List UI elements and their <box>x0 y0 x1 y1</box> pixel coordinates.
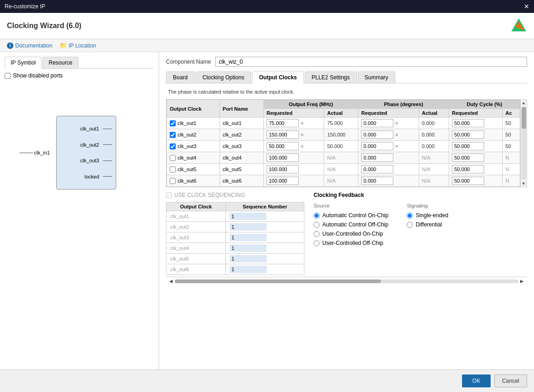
use-clock-seq-label: USE CLOCK SEQUENCING <box>174 192 245 198</box>
main-window: Clocking Wizard (6.0) i Documentation 📁 … <box>0 13 534 392</box>
phase-req-input[interactable] <box>361 119 393 127</box>
seq-num-input[interactable] <box>230 244 267 252</box>
tab-resource[interactable]: Resource <box>42 57 78 68</box>
phase-req-input[interactable] <box>361 177 393 185</box>
clear-phase-icon[interactable]: ✕ <box>395 132 398 137</box>
scroll-up-arrow[interactable]: ▲ <box>521 100 527 106</box>
ip-location-link[interactable]: 📁 IP Location <box>59 42 96 49</box>
use-clock-seq-row: USE CLOCK SEQUENCING <box>166 192 304 198</box>
freq-req-input[interactable] <box>267 131 299 139</box>
out2-line <box>103 144 112 145</box>
show-disabled-checkbox[interactable] <box>5 73 11 79</box>
phase-req-input[interactable] <box>361 142 393 150</box>
freq-req-input[interactable] <box>267 154 299 162</box>
radio-user-off-chip: User-Controlled Off-Chip <box>314 240 388 246</box>
duty-req-input[interactable] <box>452 154 484 162</box>
tab-clocking-options[interactable]: Clocking Options <box>196 71 251 83</box>
th-seq-clock: Output Clock <box>166 202 226 211</box>
clock-enable-label: clk_out5 <box>170 166 217 172</box>
duty-req-input[interactable] <box>452 131 484 139</box>
seq-clock-cell: clk_out5 <box>166 254 226 264</box>
ok-button[interactable]: OK <box>462 374 490 387</box>
clk-out6-enable[interactable] <box>170 178 176 184</box>
clk-out1-enable[interactable] <box>170 120 176 126</box>
app-title: Clocking Wizard (6.0) <box>7 22 82 30</box>
scroll-thumb[interactable] <box>522 107 526 129</box>
duty-actual-cell: 50 <box>503 141 520 152</box>
duty-req-cell <box>449 141 503 152</box>
seq-num-cell <box>225 211 304 222</box>
list-item: clk_out1 <box>166 211 304 222</box>
clear-freq-icon[interactable]: ✕ <box>300 132 304 137</box>
phase-req-input[interactable] <box>361 165 393 173</box>
left-tab-bar: IP Symbol Resource <box>5 57 154 69</box>
radio-differential-input[interactable] <box>407 222 413 228</box>
seq-clock-cell: clk_out2 <box>166 222 226 232</box>
phase-req-cell <box>358 152 419 164</box>
vertical-scrollbar[interactable]: ▲ ▼ <box>520 100 527 187</box>
clear-freq-icon[interactable]: ✕ <box>300 121 304 126</box>
h-scrollbar-track[interactable] <box>175 279 518 283</box>
radio-auto-off-chip-input[interactable] <box>314 222 320 228</box>
clock-table-scroll[interactable]: Output Clock Port Name Output Freq (MHz)… <box>166 100 520 187</box>
app-logo <box>510 18 527 34</box>
clock-table: Output Clock Port Name Output Freq (MHz)… <box>166 100 520 187</box>
clk-out5-enable[interactable] <box>170 166 176 172</box>
duty-req-input[interactable] <box>452 119 484 127</box>
clk-out1-label: clk_out1 <box>80 126 99 131</box>
clock-enable-cell: clk_out5 <box>167 164 220 175</box>
list-item: clk_out2 <box>166 222 304 232</box>
freq-actual-cell: 50.000 <box>324 141 358 152</box>
radio-auto-on-chip-input[interactable] <box>314 213 320 219</box>
clear-phase-icon[interactable]: ✕ <box>395 121 398 126</box>
seq-num-input[interactable] <box>230 213 267 220</box>
freq-req-input[interactable] <box>267 119 299 127</box>
freq-req-input[interactable] <box>267 165 299 173</box>
scroll-left-arrow[interactable]: ◀ <box>167 279 175 284</box>
phase-req-input[interactable] <box>361 131 393 139</box>
component-name-input[interactable]: clk_wiz_0 <box>215 57 527 67</box>
tab-content: The phase is calculated relative to the … <box>166 87 527 365</box>
documentation-link[interactable]: i Documentation <box>7 42 53 49</box>
seq-num-input[interactable] <box>230 223 267 231</box>
duty-req-input[interactable] <box>452 142 484 150</box>
phase-req-input[interactable] <box>361 154 393 162</box>
clear-freq-icon[interactable]: ✕ <box>300 144 304 149</box>
tab-board[interactable]: Board <box>166 71 195 83</box>
clk-out2-enable[interactable] <box>170 132 176 138</box>
seq-num-input[interactable] <box>230 266 267 273</box>
clk-out3-enable[interactable] <box>170 143 176 149</box>
radio-auto-off-chip: Automatic Control Off-Chip <box>314 221 388 228</box>
port-name-cell: clk_out1 <box>220 118 263 129</box>
phase-req-cell <box>358 164 419 175</box>
component-name-row: Component Name clk_wiz_0 <box>166 57 527 67</box>
scroll-right-arrow[interactable]: ▶ <box>518 279 526 284</box>
tab-plle2-settings[interactable]: PLLE2 Settings <box>305 71 357 83</box>
radio-single-ended-input[interactable] <box>407 213 413 219</box>
close-button[interactable]: ✕ <box>524 3 529 10</box>
freq-req-input[interactable] <box>267 177 299 185</box>
tab-output-clocks[interactable]: Output Clocks <box>252 71 304 83</box>
tab-ip-symbol[interactable]: IP Symbol <box>5 57 42 69</box>
scroll-track[interactable] <box>522 107 526 179</box>
tab-summary[interactable]: Summary <box>358 71 395 83</box>
duty-req-input[interactable] <box>452 165 484 173</box>
table-row: clk_out4 clk_out4 N/A <box>167 152 520 164</box>
scroll-down-arrow[interactable]: ▼ <box>521 180 527 187</box>
radio-user-on-chip-input[interactable] <box>314 231 320 237</box>
clk-out4-enable[interactable] <box>170 155 176 161</box>
duty-req-input[interactable] <box>452 177 484 185</box>
h-scrollbar-thumb[interactable] <box>175 279 381 283</box>
horizontal-scrollbar[interactable]: ◀ ▶ <box>166 277 527 285</box>
use-clock-seq-checkbox[interactable] <box>166 192 172 198</box>
seq-num-input[interactable] <box>230 255 267 262</box>
clock-enable-label: clk_out4 <box>170 155 217 161</box>
clear-phase-icon[interactable]: ✕ <box>395 144 398 149</box>
folder-icon: 📁 <box>59 42 67 49</box>
seq-num-input[interactable] <box>230 234 267 241</box>
radio-user-off-chip-input[interactable] <box>314 240 320 246</box>
clk-out4-name: clk_out4 <box>178 155 196 160</box>
freq-req-input[interactable] <box>267 142 299 150</box>
cancel-button[interactable]: Cancel <box>494 374 527 387</box>
phase-req-cell: ✕ <box>358 141 419 152</box>
